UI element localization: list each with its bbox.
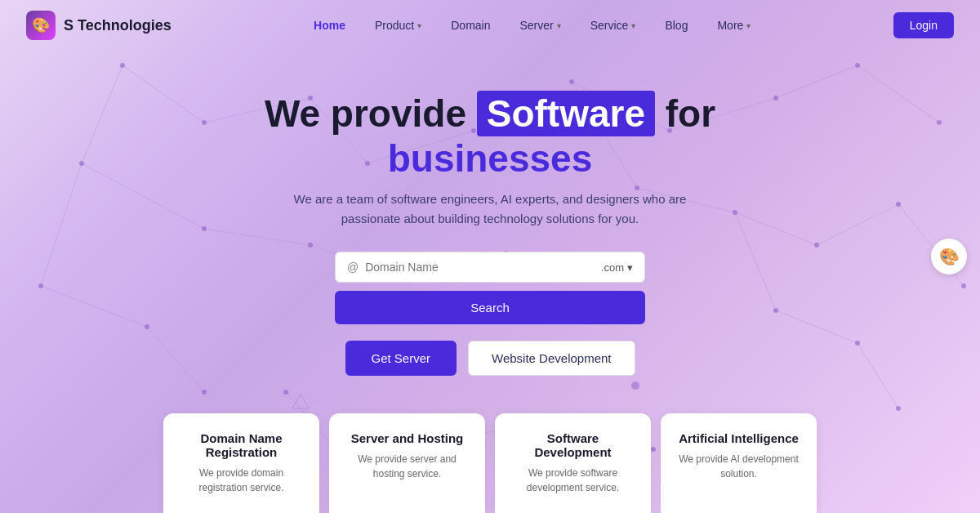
nav-item-home[interactable]: Home xyxy=(302,12,357,38)
card-ai-title: Artificial Intelligence xyxy=(675,431,802,445)
brand-logo-icon: 🎨 xyxy=(32,16,50,34)
chevron-down-icon: ▾ xyxy=(417,21,421,30)
nav-item-product[interactable]: Product ▾ xyxy=(363,12,433,38)
brand-name: S Technologies xyxy=(64,17,172,34)
card-software-title: Software Development xyxy=(510,431,636,459)
svg-point-54 xyxy=(283,390,288,395)
nav-item-server[interactable]: Server ▾ xyxy=(508,12,572,38)
card-ai-desc: We provide AI development solution. xyxy=(675,452,802,481)
brand-logo: 🎨 xyxy=(26,11,56,40)
navbar: 🎨 S Technologies Home Product ▾ Domain S… xyxy=(0,0,980,51)
card-domain-title: Domain Name Registration xyxy=(178,431,305,459)
card-domain: Domain Name Registration We provide doma… xyxy=(163,413,319,513)
chevron-down-icon: ▾ xyxy=(631,21,635,30)
search-input-wrapper: @ .com ▾ xyxy=(335,252,645,283)
cards-row: Domain Name Registration We provide doma… xyxy=(163,413,817,513)
nav-menu: Home Product ▾ Domain Server ▾ Service ▾… xyxy=(302,12,762,38)
card-server: Server and Hosting We provide server and… xyxy=(329,413,485,513)
nav-item-service[interactable]: Service ▾ xyxy=(579,12,648,38)
get-server-button[interactable]: Get Server xyxy=(345,341,457,376)
card-software: Software Development We provide software… xyxy=(495,413,651,513)
chevron-down-icon: ▾ xyxy=(627,261,633,274)
brand: 🎨 S Technologies xyxy=(26,11,172,40)
search-button[interactable]: Search xyxy=(335,291,645,324)
domain-search-input[interactable] xyxy=(365,261,601,274)
card-software-desc: We provide software development service. xyxy=(510,466,636,495)
login-button[interactable]: Login xyxy=(893,12,954,38)
nav-item-blog[interactable]: Blog xyxy=(653,12,699,38)
chevron-down-icon: ▾ xyxy=(557,21,561,30)
domain-extension[interactable]: .com ▾ xyxy=(601,261,633,274)
hero-title-line2: businesses xyxy=(388,137,593,180)
floating-palette-button[interactable]: 🎨 xyxy=(931,239,967,274)
palette-icon: 🎨 xyxy=(939,247,960,266)
hero-subtitle: We are a team of software engineers, AI … xyxy=(278,190,702,229)
card-server-desc: We provide server and hosting service. xyxy=(344,452,470,481)
nav-item-domain[interactable]: Domain xyxy=(439,12,501,38)
at-icon: @ xyxy=(347,261,359,274)
card-ai: Artificial Intelligence We provide AI de… xyxy=(661,413,817,513)
hero-highlight: Software xyxy=(477,91,655,136)
svg-marker-59 xyxy=(292,394,309,408)
svg-point-53 xyxy=(896,406,901,411)
website-development-button[interactable]: Website Development xyxy=(468,341,635,376)
chevron-down-icon: ▾ xyxy=(746,21,751,30)
card-server-title: Server and Hosting xyxy=(344,431,470,445)
hero-title: We provide Software for businesses xyxy=(265,91,715,181)
cta-buttons: Get Server Website Development xyxy=(345,341,635,376)
nav-item-more[interactable]: More ▾ xyxy=(706,12,762,38)
search-container: @ .com ▾ Search xyxy=(335,252,645,324)
card-domain-desc: We provide domain registration service. xyxy=(178,466,305,495)
svg-point-40 xyxy=(202,390,207,395)
hero-section: We provide Software for businesses We ar… xyxy=(0,51,980,376)
svg-point-60 xyxy=(631,381,639,390)
